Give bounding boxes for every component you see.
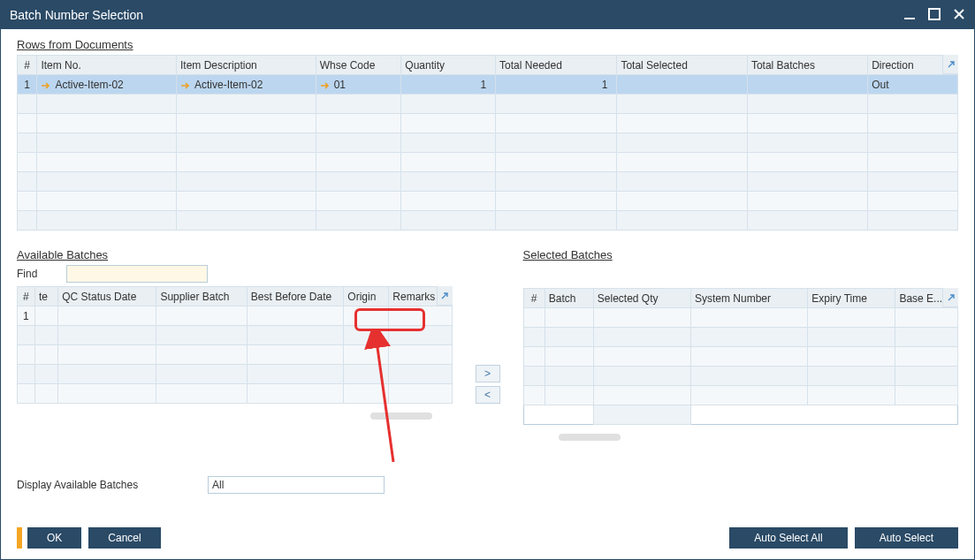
col-needed[interactable]: Total Needed <box>496 56 617 75</box>
documents-empty-row <box>18 192 958 211</box>
available-row[interactable]: 1 <box>18 306 453 326</box>
display-available-label: Display Available Batches <box>17 479 202 491</box>
titlebar: Batch Number Selection <box>1 1 974 29</box>
col-te[interactable]: te <box>34 287 57 306</box>
cell-batches <box>747 75 867 95</box>
selected-batches-grid[interactable]: # Batch Selected Qty System Number Expir… <box>523 288 959 425</box>
col-origin[interactable]: Origin <box>344 287 389 306</box>
cell-item-desc[interactable]: Active-Item-02 <box>177 75 316 95</box>
documents-empty-row <box>18 211 958 231</box>
find-input[interactable] <box>66 265 208 283</box>
selected-total-row <box>523 405 958 425</box>
documents-row[interactable]: 1 Active-Item-02 Active-Item-02 01 1 1 <box>18 75 958 95</box>
minimize-icon[interactable] <box>903 8 916 23</box>
rows-from-documents-heading: Rows from Documents <box>17 38 958 51</box>
available-header-row: # te QC Status Date Supplier Batch Best … <box>18 287 453 306</box>
svg-rect-0 <box>904 18 915 19</box>
col-whse[interactable]: Whse Code <box>316 56 401 75</box>
col-selected-qty[interactable]: Selected Qty <box>593 289 690 308</box>
col-selected[interactable]: Total Selected <box>617 56 747 75</box>
find-label: Find <box>17 268 61 280</box>
cell-direction: Out <box>868 75 958 95</box>
link-arrow-icon[interactable] <box>180 79 191 91</box>
col-rownum[interactable]: # <box>18 287 35 306</box>
move-left-button[interactable]: < <box>476 386 500 404</box>
col-rownum[interactable]: # <box>523 289 545 308</box>
col-expiry-time[interactable]: Expiry Time <box>808 289 895 308</box>
documents-grid[interactable]: # Item No. Item Description Whse Code Qu… <box>17 55 958 231</box>
cell-item-no[interactable]: Active-Item-02 <box>37 75 177 95</box>
documents-header-row: # Item No. Item Description Whse Code Qu… <box>18 56 958 75</box>
col-batch[interactable]: Batch <box>545 289 593 308</box>
svg-rect-1 <box>929 9 940 19</box>
cell-rownum: 1 <box>18 75 37 95</box>
cell-needed: 1 <box>496 75 617 95</box>
expand-icon[interactable] <box>437 286 453 306</box>
ok-button[interactable]: OK <box>27 527 81 549</box>
documents-empty-row <box>18 133 958 153</box>
available-batches-grid[interactable]: # te QC Status Date Supplier Batch Best … <box>17 286 453 404</box>
selected-empty-row <box>523 308 958 328</box>
hscroll-thumb[interactable] <box>370 412 432 420</box>
available-empty-row <box>18 384 453 404</box>
col-system-number[interactable]: System Number <box>691 289 808 308</box>
selected-batches-heading: Selected Batches <box>523 248 959 261</box>
available-batches-heading: Available Batches <box>17 248 453 261</box>
col-rownum[interactable]: # <box>18 56 37 75</box>
documents-empty-row <box>18 95 958 114</box>
selected-empty-row <box>523 347 958 367</box>
selected-empty-row <box>523 367 958 386</box>
link-arrow-icon[interactable] <box>320 79 331 91</box>
auto-select-button[interactable]: Auto Select <box>855 527 958 549</box>
col-item-no[interactable]: Item No. <box>37 56 177 75</box>
documents-empty-row <box>18 153 958 172</box>
batch-selection-window: Batch Number Selection Rows from Documen… <box>0 0 975 560</box>
col-item-desc[interactable]: Item Description <box>177 56 316 75</box>
selected-header-row: # Batch Selected Qty System Number Expir… <box>523 289 958 308</box>
col-best-before-date[interactable]: Best Before Date <box>247 287 344 306</box>
cell-qty: 1 <box>401 75 496 95</box>
cell-whse[interactable]: 01 <box>316 75 401 95</box>
available-empty-row <box>18 365 453 384</box>
expand-icon[interactable] <box>942 55 958 74</box>
move-right-button[interactable]: > <box>476 365 500 382</box>
maximize-icon[interactable] <box>928 8 941 23</box>
selected-empty-row <box>523 328 958 347</box>
hscroll-thumb[interactable] <box>559 434 621 441</box>
auto-select-all-button[interactable]: Auto Select All <box>729 527 847 549</box>
display-available-select[interactable]: All <box>208 476 385 494</box>
col-qty[interactable]: Quantity <box>401 56 496 75</box>
close-icon[interactable] <box>953 8 965 23</box>
documents-empty-row <box>18 172 958 192</box>
expand-icon[interactable] <box>942 288 958 307</box>
selected-empty-row <box>523 386 958 405</box>
cell-selected <box>617 75 747 95</box>
window-title: Batch Number Selection <box>10 8 903 22</box>
documents-empty-row <box>18 114 958 133</box>
footer: OK Cancel Auto Select All Auto Select <box>1 524 974 559</box>
ok-stripe <box>17 527 22 549</box>
available-empty-row <box>18 326 453 345</box>
col-batches[interactable]: Total Batches <box>747 56 867 75</box>
cancel-button[interactable]: Cancel <box>88 527 160 549</box>
col-supplier-batch[interactable]: Supplier Batch <box>156 287 247 306</box>
col-qc-status-date[interactable]: QC Status Date <box>58 287 156 306</box>
available-empty-row <box>18 345 453 365</box>
link-arrow-icon[interactable] <box>41 79 51 91</box>
